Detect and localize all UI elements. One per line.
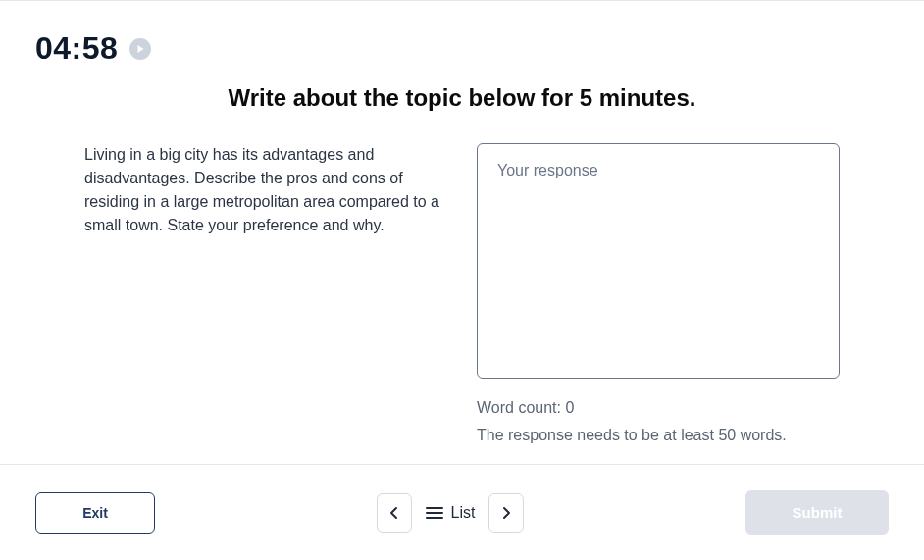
prompt-column: Living in a big city has its advantages …: [84, 143, 447, 464]
response-textarea[interactable]: [477, 143, 840, 379]
min-words-hint: The response needs to be at least 50 wor…: [477, 422, 840, 449]
submit-button[interactable]: Submit: [745, 490, 889, 535]
header: 04:58: [0, 1, 924, 67]
chevron-right-icon: [498, 505, 514, 521]
question-nav: List: [377, 493, 525, 533]
list-button[interactable]: List: [420, 496, 482, 530]
prompt-text: Living in a big city has its advantages …: [84, 143, 447, 237]
content-area: Living in a big city has its advantages …: [0, 112, 924, 464]
list-button-label: List: [451, 504, 476, 522]
next-button[interactable]: [488, 493, 524, 533]
play-button[interactable]: [129, 38, 151, 60]
hints: Word count: 0 The response needs to be a…: [477, 394, 840, 449]
timer-display: 04:58: [35, 30, 118, 67]
chevron-left-icon: [386, 505, 402, 521]
footer: Exit List Submit: [0, 464, 924, 560]
play-icon: [135, 44, 145, 54]
response-column: Word count: 0 The response needs to be a…: [477, 143, 840, 464]
word-count-value: 0: [565, 399, 574, 416]
prev-button[interactable]: [377, 493, 412, 533]
instruction-heading: Write about the topic below for 5 minute…: [0, 84, 924, 112]
word-count-line: Word count: 0: [477, 394, 840, 422]
list-icon: [426, 506, 443, 520]
word-count-prefix: Word count:: [477, 399, 565, 416]
exit-button[interactable]: Exit: [35, 492, 155, 534]
page-container: 04:58 Write about the topic below for 5 …: [0, 0, 924, 560]
